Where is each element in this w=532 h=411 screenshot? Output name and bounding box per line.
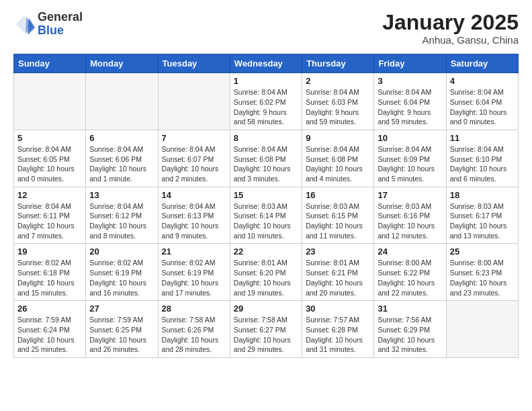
day-info: Sunrise: 8:04 AM Sunset: 6:04 PM Dayligh…: [450, 87, 515, 127]
day-number: 18: [450, 190, 515, 200]
day-number: 10: [378, 133, 442, 143]
day-info: Sunrise: 8:04 AM Sunset: 6:04 PM Dayligh…: [378, 87, 442, 127]
calendar-cell: 20Sunrise: 8:02 AM Sunset: 6:19 PM Dayli…: [86, 244, 158, 301]
day-info: Sunrise: 8:04 AM Sunset: 6:11 PM Dayligh…: [17, 201, 82, 241]
calendar-cell: 24Sunrise: 8:00 AM Sunset: 6:22 PM Dayli…: [374, 244, 446, 301]
day-number: 29: [234, 304, 298, 314]
day-info: Sunrise: 8:01 AM Sunset: 6:20 PM Dayligh…: [234, 258, 298, 298]
calendar-day-header: Thursday: [302, 54, 374, 73]
day-number: 2: [306, 76, 370, 86]
calendar-body: 1Sunrise: 8:04 AM Sunset: 6:02 PM Daylig…: [14, 73, 519, 358]
calendar-header: SundayMondayTuesdayWednesdayThursdayFrid…: [14, 54, 519, 73]
calendar-cell: [158, 73, 230, 130]
logo-text: General Blue: [38, 11, 83, 38]
day-info: Sunrise: 8:03 AM Sunset: 6:16 PM Dayligh…: [378, 201, 442, 241]
day-number: 21: [162, 246, 226, 257]
calendar-week-row: 26Sunrise: 7:59 AM Sunset: 6:24 PM Dayli…: [14, 301, 519, 358]
calendar-cell: 18Sunrise: 8:03 AM Sunset: 6:17 PM Dayli…: [446, 187, 518, 244]
day-number: 5: [17, 133, 82, 143]
calendar-cell: 29Sunrise: 7:58 AM Sunset: 6:27 PM Dayli…: [230, 301, 302, 358]
calendar-cell: 21Sunrise: 8:02 AM Sunset: 6:19 PM Dayli…: [158, 244, 230, 301]
calendar-day-header: Wednesday: [230, 54, 302, 73]
calendar-cell: 19Sunrise: 8:02 AM Sunset: 6:18 PM Dayli…: [14, 244, 86, 301]
calendar-cell: 11Sunrise: 8:04 AM Sunset: 6:10 PM Dayli…: [446, 130, 518, 187]
day-info: Sunrise: 8:04 AM Sunset: 6:09 PM Dayligh…: [378, 144, 442, 184]
calendar-cell: 15Sunrise: 8:03 AM Sunset: 6:14 PM Dayli…: [230, 187, 302, 244]
day-number: 13: [89, 190, 154, 200]
day-info: Sunrise: 8:00 AM Sunset: 6:23 PM Dayligh…: [450, 258, 515, 298]
day-number: 4: [450, 76, 515, 86]
day-number: 19: [17, 246, 82, 257]
calendar-cell: 2Sunrise: 8:04 AM Sunset: 6:03 PM Daylig…: [302, 73, 374, 130]
calendar-cell: 3Sunrise: 8:04 AM Sunset: 6:04 PM Daylig…: [374, 73, 446, 130]
calendar-day-header: Tuesday: [158, 54, 230, 73]
day-info: Sunrise: 8:03 AM Sunset: 6:14 PM Dayligh…: [234, 201, 298, 241]
day-info: Sunrise: 7:58 AM Sunset: 6:27 PM Dayligh…: [234, 315, 298, 355]
header: General Blue January 2025 Anhua, Gansu, …: [13, 11, 519, 46]
calendar-cell: 28Sunrise: 7:58 AM Sunset: 6:26 PM Dayli…: [158, 301, 230, 358]
calendar-cell: 14Sunrise: 8:04 AM Sunset: 6:13 PM Dayli…: [158, 187, 230, 244]
day-info: Sunrise: 7:58 AM Sunset: 6:26 PM Dayligh…: [162, 315, 226, 355]
day-number: 1: [234, 76, 298, 86]
day-number: 6: [89, 133, 154, 143]
day-number: 20: [89, 246, 154, 257]
calendar-cell: [446, 301, 518, 358]
calendar-week-row: 1Sunrise: 8:04 AM Sunset: 6:02 PM Daylig…: [14, 73, 519, 130]
day-number: 16: [306, 190, 370, 200]
calendar-cell: 9Sunrise: 8:04 AM Sunset: 6:08 PM Daylig…: [302, 130, 374, 187]
calendar-cell: 31Sunrise: 7:56 AM Sunset: 6:29 PM Dayli…: [374, 301, 446, 358]
calendar-cell: 8Sunrise: 8:04 AM Sunset: 6:08 PM Daylig…: [230, 130, 302, 187]
day-info: Sunrise: 8:03 AM Sunset: 6:15 PM Dayligh…: [306, 201, 370, 241]
day-info: Sunrise: 8:00 AM Sunset: 6:22 PM Dayligh…: [378, 258, 442, 298]
calendar-cell: 1Sunrise: 8:04 AM Sunset: 6:02 PM Daylig…: [230, 73, 302, 130]
day-number: 14: [162, 190, 226, 200]
calendar-cell: 25Sunrise: 8:00 AM Sunset: 6:23 PM Dayli…: [446, 244, 518, 301]
logo: General Blue: [13, 11, 83, 38]
day-info: Sunrise: 8:04 AM Sunset: 6:08 PM Dayligh…: [306, 144, 370, 184]
day-number: 31: [378, 304, 442, 314]
day-info: Sunrise: 8:04 AM Sunset: 6:05 PM Dayligh…: [17, 144, 82, 184]
day-info: Sunrise: 8:04 AM Sunset: 6:03 PM Dayligh…: [306, 87, 370, 127]
day-number: 24: [378, 246, 442, 257]
calendar-cell: 22Sunrise: 8:01 AM Sunset: 6:20 PM Dayli…: [230, 244, 302, 301]
day-info: Sunrise: 7:59 AM Sunset: 6:25 PM Dayligh…: [89, 315, 154, 355]
day-number: 26: [17, 304, 82, 314]
calendar-cell: [86, 73, 158, 130]
day-info: Sunrise: 8:04 AM Sunset: 6:10 PM Dayligh…: [450, 144, 515, 184]
day-number: 23: [306, 246, 370, 257]
calendar-cell: 7Sunrise: 8:04 AM Sunset: 6:07 PM Daylig…: [158, 130, 230, 187]
day-number: 3: [378, 76, 442, 86]
calendar-week-row: 19Sunrise: 8:02 AM Sunset: 6:18 PM Dayli…: [14, 244, 519, 301]
day-number: 9: [306, 133, 370, 143]
calendar-cell: 13Sunrise: 8:04 AM Sunset: 6:12 PM Dayli…: [86, 187, 158, 244]
day-number: 8: [234, 133, 298, 143]
calendar-cell: 12Sunrise: 8:04 AM Sunset: 6:11 PM Dayli…: [14, 187, 86, 244]
day-number: 28: [162, 304, 226, 314]
day-number: 22: [234, 246, 298, 257]
day-info: Sunrise: 7:59 AM Sunset: 6:24 PM Dayligh…: [17, 315, 82, 355]
calendar-cell: 23Sunrise: 8:01 AM Sunset: 6:21 PM Dayli…: [302, 244, 374, 301]
day-info: Sunrise: 8:04 AM Sunset: 6:08 PM Dayligh…: [234, 144, 298, 184]
day-info: Sunrise: 8:02 AM Sunset: 6:19 PM Dayligh…: [162, 258, 226, 298]
logo-general: General: [38, 10, 83, 24]
day-number: 17: [378, 190, 442, 200]
day-number: 27: [89, 304, 154, 314]
day-info: Sunrise: 8:01 AM Sunset: 6:21 PM Dayligh…: [306, 258, 370, 298]
calendar-cell: 5Sunrise: 8:04 AM Sunset: 6:05 PM Daylig…: [14, 130, 86, 187]
calendar-day-header: Monday: [86, 54, 158, 73]
day-info: Sunrise: 8:02 AM Sunset: 6:19 PM Dayligh…: [89, 258, 154, 298]
day-info: Sunrise: 7:57 AM Sunset: 6:28 PM Dayligh…: [306, 315, 370, 355]
day-number: 30: [306, 304, 370, 314]
logo-blue: Blue: [38, 24, 64, 37]
svg-marker-2: [28, 18, 35, 35]
calendar-day-header: Sunday: [14, 54, 86, 73]
calendar-title: January 2025: [382, 11, 519, 34]
day-info: Sunrise: 8:04 AM Sunset: 6:12 PM Dayligh…: [89, 201, 154, 241]
title-block: January 2025 Anhua, Gansu, China: [382, 11, 519, 46]
logo-icon: [13, 13, 35, 35]
calendar-subtitle: Anhua, Gansu, China: [382, 34, 519, 46]
day-info: Sunrise: 8:02 AM Sunset: 6:18 PM Dayligh…: [17, 258, 82, 298]
calendar-cell: 17Sunrise: 8:03 AM Sunset: 6:16 PM Dayli…: [374, 187, 446, 244]
calendar-cell: 4Sunrise: 8:04 AM Sunset: 6:04 PM Daylig…: [446, 73, 518, 130]
page: General Blue January 2025 Anhua, Gansu, …: [0, 0, 532, 369]
